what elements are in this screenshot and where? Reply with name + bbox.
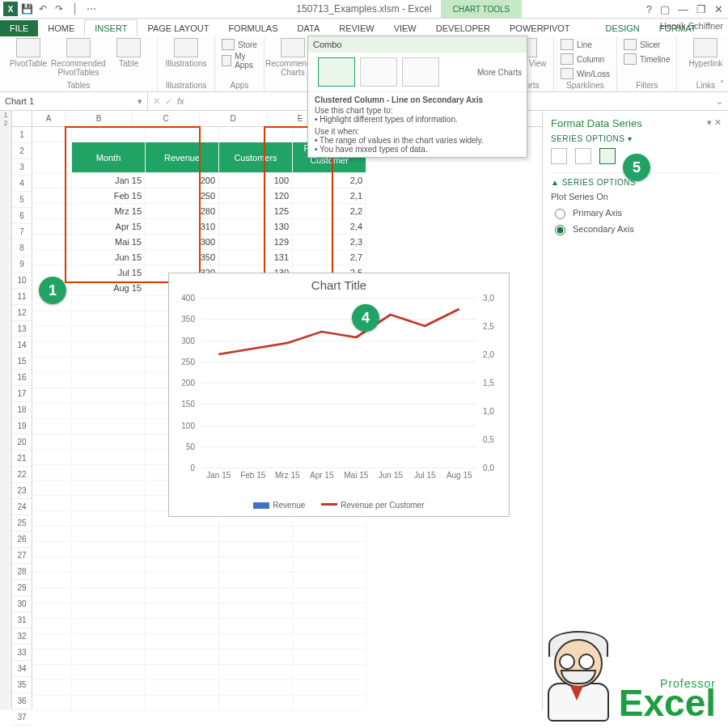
row-headers[interactable]: 1234567891011121314151617181920212223242… (12, 111, 32, 709)
chart-legend[interactable]: Revenue Revenue per Customer (169, 501, 509, 510)
format-data-series-panel: ▾ ✕ Format Data Series SERIES OPTIONS ▾ … (542, 111, 728, 709)
tab-formulas[interactable]: FORMULAS (218, 20, 287, 36)
series-options-icon[interactable] (599, 148, 616, 164)
enter-fx-icon[interactable]: ✓ (165, 96, 172, 107)
slicer-button[interactable]: Slicer (624, 38, 660, 51)
group-apps: Store My Apps Apps (215, 36, 265, 91)
tab-file[interactable]: FILE (0, 20, 38, 36)
combo-thumb-3[interactable] (402, 57, 439, 87)
tab-powerpivot[interactable]: POWERPIVOT (500, 20, 580, 36)
group-label-apps: Apps (222, 81, 257, 91)
professor-excel-logo: ProfessorExcel (541, 629, 716, 718)
app-icon: X (3, 2, 18, 16)
dropdown-icon[interactable]: ▾ (628, 134, 633, 143)
table-button[interactable]: Table (107, 38, 150, 68)
plot-series-on-label: Plot Series On (551, 192, 720, 201)
save-icon[interactable]: 💾 (21, 3, 32, 15)
secondary-axis-radio[interactable]: Secondary Axis (551, 222, 720, 235)
primary-axis-radio[interactable]: Primary Axis (551, 206, 720, 219)
combo-thumb-1[interactable] (318, 57, 355, 87)
chart-title[interactable]: Chart Title (169, 278, 509, 292)
callout-4: 4 (352, 304, 379, 332)
context-tab-label: CHART TOOLS (441, 0, 522, 18)
rec-pivot-button[interactable]: Recommended PivotTables (57, 38, 100, 77)
tab-insert[interactable]: INSERT (84, 19, 138, 36)
sparkline-column[interactable]: Column (561, 53, 604, 66)
signed-in-user[interactable]: Henrik Schiffner (660, 21, 723, 31)
panel-title: Format Data Series (551, 117, 720, 129)
tab-view[interactable]: VIEW (384, 20, 426, 36)
pivottable-button[interactable]: PivotTable (6, 38, 50, 68)
help-icon[interactable]: ? (646, 3, 652, 15)
combo-tooltip: Clustered Column - Line on Secondary Axi… (308, 91, 527, 157)
cancel-fx-icon[interactable]: ✕ (153, 96, 160, 107)
sparkline-winloss[interactable]: Win/Loss (561, 67, 610, 80)
panel-close-icon[interactable]: ▾ ✕ (707, 117, 722, 128)
effects-icon[interactable] (575, 148, 591, 164)
store-button[interactable]: Store (222, 38, 257, 51)
more-charts-link[interactable]: More Charts (477, 68, 522, 77)
window-title: 150713_Examples.xlsm - Excel (296, 3, 431, 15)
name-box[interactable]: Chart 1 (0, 92, 148, 110)
callout-5: 5 (623, 154, 650, 181)
redo-icon[interactable]: ↷ (53, 3, 65, 15)
fill-line-icon[interactable] (551, 148, 567, 164)
close-icon[interactable]: ✕ (714, 3, 723, 15)
tab-review[interactable]: REVIEW (329, 20, 383, 36)
collapse-ribbon-icon[interactable]: ˄ (720, 79, 725, 90)
group-label-tables: Tables (6, 81, 150, 91)
combo-dropdown: Combo More Charts Clustered Column - Lin… (307, 36, 527, 158)
y-axis-primary: 050100150200250300350400 (169, 298, 198, 468)
restore-icon[interactable]: ❐ (696, 3, 706, 15)
group-label-illus: Illustrations (164, 81, 208, 91)
combo-header: Combo (308, 36, 527, 53)
plot-area[interactable] (201, 298, 476, 468)
qat-more-icon[interactable]: ⋯ (86, 3, 97, 15)
group-sparklines: Line Column Win/Loss Sparklines (554, 36, 617, 91)
timeline-button[interactable]: Timeline (624, 53, 670, 66)
ribbon-opts-icon[interactable]: ▢ (660, 3, 670, 15)
callout-1: 1 (39, 277, 66, 304)
illustrations-button[interactable]: Illustrations (164, 38, 208, 68)
title-bar: X 💾 ↶ ↷ │ ⋯ 150713_Examples.xlsm - Excel… (0, 0, 728, 19)
group-filters: Slicer Timeline Filters (617, 36, 677, 91)
group-illustrations: Illustrations Illustrations (158, 36, 215, 91)
professor-icon (541, 629, 614, 718)
tab-design[interactable]: DESIGN (596, 20, 650, 36)
combo-thumb-2[interactable] (360, 57, 397, 87)
tab-page-layout[interactable]: PAGE LAYOUT (138, 20, 218, 36)
undo-icon[interactable]: ↶ (37, 3, 49, 15)
ribbon-tabs: FILE HOME INSERT PAGE LAYOUT FORMULAS DA… (0, 19, 728, 36)
myapps-button[interactable]: My Apps (222, 54, 257, 67)
group-tables: PivotTable Recommended PivotTables Table… (0, 36, 158, 91)
x-axis: Jan 15Feb 15Mrz 15Apr 15Mai 15Jun 15Jul … (201, 471, 476, 484)
fx-icon[interactable]: fx (177, 96, 184, 106)
embedded-chart[interactable]: Chart Title 050100150200250300350400 0,0… (168, 273, 510, 517)
qat-sep: │ (70, 3, 81, 15)
expand-fbar-icon[interactable]: ⌄ (711, 96, 728, 107)
hyperlink-button[interactable]: Hyperlink (684, 38, 727, 68)
quick-access-toolbar[interactable]: 💾 ↶ ↷ │ ⋯ (21, 3, 97, 15)
tab-home[interactable]: HOME (38, 20, 84, 36)
tab-developer[interactable]: DEVELOPER (426, 20, 500, 36)
sparkline-line[interactable]: Line (561, 38, 592, 51)
minimize-icon[interactable]: — (678, 3, 688, 15)
tab-data[interactable]: DATA (288, 20, 330, 36)
outline-gutter[interactable]: 12 (0, 111, 12, 709)
y-axis-secondary: 0,00,51,01,52,02,53,0 (480, 298, 509, 468)
